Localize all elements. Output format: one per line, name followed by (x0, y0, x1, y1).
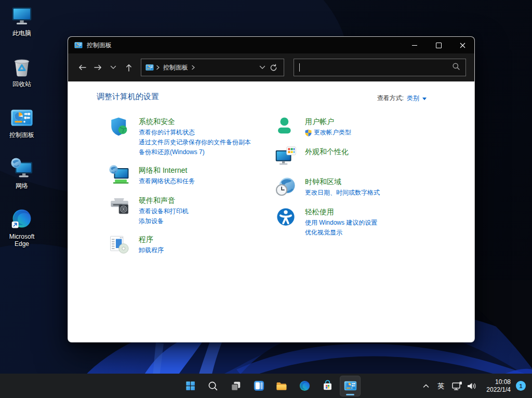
category-link[interactable]: 备份和还原(Windows 7) (139, 147, 251, 157)
category-clock-region[interactable]: 时钟和区域 更改日期、时间或数字格式 (275, 176, 436, 199)
search-box[interactable] (294, 59, 466, 76)
view-by-caret-icon[interactable] (422, 98, 427, 100)
category-link[interactable]: 查看你的计算机状态 (139, 128, 251, 138)
close-button[interactable] (450, 37, 474, 53)
category-title[interactable]: 程序 (139, 234, 164, 244)
taskbar-clock[interactable]: 10:08 2022/1/4 (486, 378, 511, 394)
back-button[interactable] (74, 60, 90, 75)
categories-left-column: 系统和安全 查看你的计算机状态 通过文件历史记录保存你的文件备份副本 备份和还原… (109, 116, 275, 264)
edge-icon (10, 208, 34, 231)
desktop-icon-list: 此电脑 回收站 控制面板 网络 (2, 4, 42, 253)
category-link-row: 更改帐户类型 (305, 128, 351, 138)
category-link[interactable]: 添加设备 (139, 216, 189, 226)
category-link[interactable]: 通过文件历史记录保存你的文件备份副本 (139, 138, 251, 147)
clock-date: 2022/1/4 (486, 386, 511, 394)
category-title[interactable]: 用户帐户 (305, 116, 351, 127)
refresh-icon (270, 64, 277, 72)
system-tray: 英 10:08 2022/1/4 1 (419, 374, 532, 398)
speaker-icon (466, 381, 477, 391)
category-ease-of-access[interactable]: 轻松使用 使用 Windows 建议的设置 优化视觉显示 (275, 206, 436, 238)
minimize-button[interactable] (403, 37, 427, 53)
navigation-bar: 控制面板 (68, 53, 474, 81)
back-arrow-icon (78, 63, 87, 72)
up-button[interactable] (121, 60, 137, 75)
category-title[interactable]: 硬件和声音 (139, 195, 189, 205)
window-title: 控制面板 (87, 41, 112, 50)
this-pc-icon (10, 4, 34, 28)
category-link[interactable]: 更改日期、时间或数字格式 (305, 188, 380, 198)
store-button[interactable] (317, 376, 338, 396)
category-title[interactable]: 系统和安全 (139, 116, 251, 127)
network-volume-button[interactable] (449, 377, 480, 395)
desktop-icon-edge[interactable]: Microsoft Edge (2, 208, 42, 253)
control-panel-taskbar-button[interactable] (340, 376, 361, 396)
up-arrow-icon (125, 63, 133, 72)
category-title[interactable]: 轻松使用 (305, 207, 377, 217)
desktop-icon-label: 此电脑 (12, 30, 31, 37)
category-hardware-sound[interactable]: 硬件和声音 查看设备和打印机 添加设备 (109, 195, 275, 226)
category-link[interactable]: 更改帐户类型 (314, 128, 351, 138)
category-link[interactable]: 使用 Windows 建议的设置 (305, 218, 377, 228)
breadcrumb-app-icon (145, 63, 154, 72)
category-link[interactable]: 优化视觉显示 (305, 228, 377, 238)
category-programs[interactable]: 程序 卸载程序 (109, 234, 275, 256)
category-link[interactable]: 查看网络状态和任务 (139, 176, 195, 186)
file-explorer-button[interactable] (271, 376, 292, 396)
category-title[interactable]: 网络和 Internet (139, 165, 195, 175)
control-panel-icon (10, 106, 34, 130)
maximize-icon (436, 43, 442, 48)
hidden-icons-button[interactable] (419, 377, 433, 395)
category-link[interactable]: 卸载程序 (139, 245, 164, 255)
desktop-icon-label: 控制面板 (9, 131, 34, 139)
window-controls (403, 37, 474, 53)
task-view-button[interactable] (225, 376, 246, 396)
programs-cd-icon (109, 234, 130, 255)
address-dropdown-button[interactable] (259, 65, 265, 70)
user-icon (275, 116, 297, 138)
category-title[interactable]: 外观和个性化 (305, 146, 349, 157)
maximize-button[interactable] (427, 37, 450, 53)
refresh-button[interactable] (270, 64, 277, 72)
desktop-icon-this-pc[interactable]: 此电脑 (2, 4, 42, 50)
control-panel-home: 调整计算机的设置 查看方式: 类别 系统和安全 查看你的计算机状态 通过文件历 (68, 81, 474, 342)
forward-arrow-icon (94, 63, 102, 72)
breadcrumb-separator-icon[interactable] (191, 65, 195, 70)
notification-badge[interactable]: 1 (516, 381, 526, 391)
view-by-control: 查看方式: 类别 (377, 94, 427, 103)
taskbar-search-button[interactable] (203, 376, 223, 396)
shield-icon (109, 116, 130, 138)
desktop-icon-recycle-bin[interactable]: 回收站 (2, 55, 42, 101)
task-view-icon (230, 380, 242, 392)
store-icon (322, 380, 334, 392)
breadcrumb-control-panel[interactable]: 控制面板 (163, 63, 188, 72)
edge-icon (299, 380, 311, 392)
category-user-accounts[interactable]: 用户帐户 更改帐户类型 (275, 116, 436, 139)
window-titlebar[interactable]: 控制面板 (68, 37, 474, 53)
ime-indicator[interactable]: 英 (435, 377, 447, 395)
file-explorer-icon (275, 380, 288, 392)
taskbar-center-group (180, 374, 361, 398)
view-by-value[interactable]: 类别 (407, 94, 419, 103)
address-bar[interactable]: 控制面板 (141, 59, 284, 76)
network-monitor-icon (109, 164, 130, 186)
recent-locations-button[interactable] (105, 60, 121, 75)
page-title: 调整计算机的设置 (97, 92, 159, 102)
widgets-button[interactable] (248, 376, 269, 396)
category-network-internet[interactable]: 网络和 Internet 查看网络状态和任务 (109, 164, 275, 187)
category-title[interactable]: 时钟和区域 (305, 176, 380, 187)
category-link[interactable]: 查看设备和打印机 (139, 207, 189, 216)
ease-of-access-icon (275, 206, 297, 228)
category-system-security[interactable]: 系统和安全 查看你的计算机状态 通过文件历史记录保存你的文件备份副本 备份和还原… (109, 116, 275, 157)
control-panel-icon (344, 379, 357, 392)
category-appearance[interactable]: 外观和个性化 (275, 146, 436, 169)
control-panel-window: 控制面板 (68, 36, 475, 342)
desktop-icon-control-panel[interactable]: 控制面板 (2, 106, 42, 152)
start-button[interactable] (180, 376, 201, 396)
clock-globe-icon (275, 176, 297, 198)
search-icon[interactable] (452, 62, 460, 73)
desktop-icon-network[interactable]: 网络 (2, 157, 42, 202)
running-app-indicator (346, 394, 354, 395)
printer-speaker-icon (109, 195, 130, 216)
edge-button[interactable] (294, 376, 315, 396)
forward-button[interactable] (90, 60, 105, 75)
